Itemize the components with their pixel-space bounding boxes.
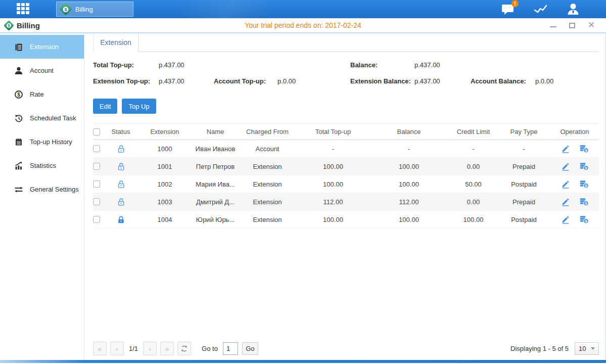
total-topup-value: p.437.00 — [159, 61, 214, 69]
minimize-icon[interactable] — [549, 22, 556, 29]
page-indicator: 1/1 — [129, 345, 138, 352]
refresh-button[interactable] — [177, 342, 191, 355]
next-page-button[interactable]: › — [143, 342, 157, 355]
apps-grid-icon[interactable] — [17, 3, 35, 15]
status-cell — [106, 215, 136, 224]
page-size-select[interactable]: 10 — [575, 342, 599, 355]
trial-notice: Your trial period ends on: 2017-02-24 — [0, 21, 606, 29]
total-topup-cell: 100.00 — [298, 216, 368, 223]
select-all-checkbox[interactable] — [93, 128, 100, 135]
statistics-chart-icon[interactable] — [534, 3, 547, 15]
tab-extension[interactable]: Extension — [93, 33, 138, 52]
operation-cell: $ — [550, 144, 599, 153]
window-title: Billing — [17, 21, 40, 30]
row-checkbox[interactable] — [93, 163, 100, 170]
lock-open-icon — [117, 162, 125, 171]
name-cell: Мария Ива... — [194, 180, 237, 188]
extension-balance-label: Extension Balance: — [350, 77, 414, 85]
sidebar-item-label: General Settings — [30, 186, 79, 193]
sidebar-item-account[interactable]: Account — [0, 59, 84, 82]
ledger-icon — [14, 42, 23, 52]
column-header-extension: Extension — [136, 128, 194, 135]
balance-cell: 100.00 — [368, 180, 449, 188]
close-icon[interactable]: ✕ — [588, 22, 595, 29]
pay-type-cell: Postpaid — [497, 216, 550, 223]
billing-app-icon: $ — [59, 3, 72, 15]
first-page-button[interactable]: « — [93, 342, 107, 355]
topup-row-icon[interactable]: $ — [579, 215, 589, 224]
last-page-button[interactable]: » — [160, 342, 174, 355]
sliders-icon — [14, 185, 23, 194]
pagination-bar: « ‹ 1/1 › » Go to Go Displaying 1 - 5 of… — [93, 339, 599, 360]
sidebar-item-rate[interactable]: $ Rate — [0, 82, 84, 106]
pay-type-cell: Postpaid — [497, 180, 550, 188]
sidebar-item-general-settings[interactable]: General Settings — [0, 177, 84, 201]
person-icon — [14, 66, 23, 75]
account-topup-value: p.0.00 — [277, 77, 350, 85]
charged-from-cell: Extension — [237, 180, 298, 188]
topup-button[interactable]: Top Up — [122, 99, 156, 114]
row-checkbox[interactable] — [93, 198, 100, 205]
taskbar-tab-billing[interactable]: $ Billing — [56, 2, 133, 17]
prev-page-button[interactable]: ‹ — [110, 342, 124, 355]
column-header-credit-limit: Credit Limit — [449, 128, 497, 135]
edit-button[interactable]: Edit — [93, 99, 117, 114]
balance-cell: - — [368, 145, 449, 153]
column-header-name: Name — [194, 128, 237, 135]
row-checkbox[interactable] — [93, 180, 100, 188]
maximize-icon[interactable] — [569, 22, 576, 29]
edit-row-icon[interactable] — [561, 197, 570, 206]
topup-row-icon[interactable]: $ — [579, 162, 589, 171]
extension-topup-value: p.437.00 — [159, 77, 214, 85]
billing-window-icon: $ — [4, 20, 14, 30]
top-bar: $ Billing ! — [0, 0, 606, 18]
sidebar-item-label: Extension — [30, 43, 59, 51]
topup-row-icon[interactable]: $ — [579, 179, 589, 189]
balance-cell: 100.00 — [368, 163, 449, 170]
lock-open-icon — [117, 180, 125, 189]
goto-page-input[interactable] — [223, 342, 238, 355]
sidebar-item-extension[interactable]: Extension — [0, 35, 84, 59]
taskbar-tab-label: Billing — [75, 6, 93, 13]
total-topup-cell: 112.00 — [298, 198, 368, 206]
edit-row-icon[interactable] — [561, 144, 570, 153]
account-balance-label: Account Balance: — [471, 77, 535, 85]
edit-row-icon[interactable] — [561, 162, 570, 171]
sidebar-item-label: Scheduled Task — [30, 114, 76, 122]
extension-cell: 1001 — [136, 163, 194, 170]
sidebar: Extension Account $ Rate Scheduled Task — [0, 33, 84, 360]
credit-limit-cell: 50.00 — [449, 180, 497, 188]
extension-cell: 1004 — [136, 216, 194, 223]
edit-row-icon[interactable] — [561, 215, 570, 224]
credit-limit-cell: 100.00 — [449, 216, 497, 223]
refresh-icon — [180, 345, 188, 352]
operation-cell: $ — [550, 179, 599, 189]
sidebar-item-topup-history[interactable]: Top-up History — [0, 130, 84, 154]
status-cell — [106, 198, 136, 206]
column-header-operation: Operation — [550, 128, 599, 135]
topup-row-icon[interactable]: $ — [579, 197, 589, 206]
sidebar-item-label: Statistics — [30, 162, 56, 169]
goto-label: Go to — [202, 345, 218, 352]
edit-row-icon[interactable] — [561, 179, 570, 189]
column-header-total-topup: Total Top-up — [298, 128, 368, 135]
row-checkbox[interactable] — [93, 216, 100, 223]
table-row: 1001 Петр Петров Extension 100.00 100.00… — [93, 158, 599, 175]
pay-type-cell: Prepaid — [497, 198, 550, 206]
charged-from-cell: Extension — [237, 216, 298, 223]
balance-label: Balance: — [350, 61, 414, 69]
user-account-icon[interactable] — [567, 3, 580, 16]
sidebar-item-scheduled-task[interactable]: Scheduled Task — [0, 106, 84, 130]
account-balance-value: p.0.00 — [535, 77, 599, 85]
row-checkbox[interactable] — [93, 145, 100, 152]
name-cell: Петр Петров — [194, 163, 237, 170]
topup-row-icon[interactable]: $ — [579, 144, 589, 153]
pay-type-cell: - — [497, 145, 550, 153]
go-button[interactable]: Go — [242, 342, 258, 355]
table-row: 1004 Юрий Юрь... Extension 100.00 100.00… — [93, 211, 599, 229]
total-topup-cell: - — [298, 145, 368, 153]
sidebar-item-statistics[interactable]: Statistics — [0, 154, 84, 177]
messages-icon[interactable]: ! — [501, 3, 515, 15]
column-header-charged-from: Charged From — [237, 128, 298, 135]
displaying-text: Displaying 1 - 5 of 5 — [510, 345, 569, 352]
